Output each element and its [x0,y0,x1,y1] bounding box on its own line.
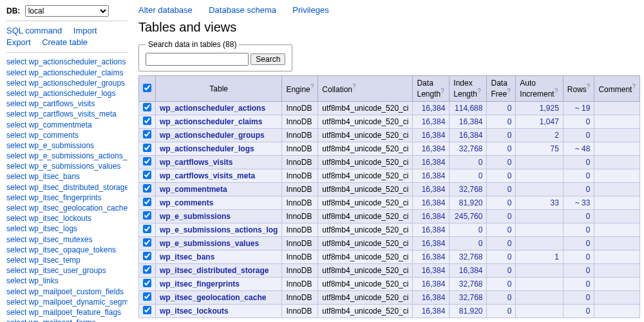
row-checkbox[interactable] [143,265,151,274]
sidebar-table-link[interactable]: select wp_cartflows_visits [6,99,128,109]
export-link[interactable]: Export [6,37,31,48]
sidebar-table-link[interactable]: select wp_itsec_fingerprints [6,193,128,203]
sidebar-table-link[interactable]: select wp_links [6,276,128,286]
table-row: wp_actionscheduler_groupsInnoDButf8mb4_u… [139,129,640,142]
row-checkbox[interactable] [143,171,151,179]
row-checkbox[interactable] [143,279,151,287]
help-icon[interactable]: ? [440,88,444,95]
sidebar-table-link[interactable]: select wp_itsec_geolocation_cache [6,203,128,213]
help-icon[interactable]: ? [632,83,636,90]
row-checkbox[interactable] [143,144,151,152]
cell-rows: 0 [563,156,594,169]
row-checkbox[interactable] [143,184,151,193]
sidebar-table-link[interactable]: select wp_e_submissions [6,140,128,151]
row-checkbox[interactable] [143,211,151,220]
cell-engine: InnoDB [282,156,318,169]
row-checkbox[interactable] [143,225,151,233]
privileges-link[interactable]: Privileges [292,5,328,15]
search-button[interactable]: Search [251,53,285,65]
sidebar-table-link[interactable]: select wp_itsec_logs [6,223,128,234]
sql-command-link[interactable]: SQL command [6,25,62,37]
table-name-link[interactable]: wp_e_submissions [160,212,231,221]
col-index-length[interactable]: Index Length [453,79,477,99]
sidebar-table-link[interactable]: select wp_mailpoet_custom_fields [6,287,128,297]
select-all-checkbox[interactable] [143,84,151,92]
row-checkbox[interactable] [143,292,151,301]
sidebar-table-link[interactable]: select wp_commentmeta [6,120,128,130]
sidebar-table-link[interactable]: select wp_e_submissions_values [6,161,128,171]
col-data-length[interactable]: Data Length [417,79,440,99]
sidebar-table-link[interactable]: select wp_itsec_bans [6,171,128,182]
cell-collation: utf8mb4_unicode_520_ci [318,102,413,115]
sidebar-table-link[interactable]: select wp_mailpoet_dynamic_segme [6,297,128,307]
sidebar-table-link[interactable]: select wp_cartflows_visits_meta [6,109,128,119]
sidebar-table-link[interactable]: select wp_actionscheduler_groups [6,78,128,88]
cell-collation: utf8mb4_unicode_520_ci [318,264,413,278]
database-schema-link[interactable]: Database schema [209,5,276,15]
sidebar-table-link[interactable]: select wp_mailpoet_forms [6,317,128,322]
row-checkbox[interactable] [143,103,151,111]
row-checkbox[interactable] [143,130,151,138]
import-link[interactable]: Import [73,25,97,37]
row-checkbox[interactable] [143,238,151,247]
help-icon[interactable]: ? [310,83,314,90]
row-checkbox[interactable] [143,198,151,206]
col-data-free[interactable]: Data Free [491,79,507,99]
table-name-link[interactable]: wp_itsec_lockouts [160,307,229,316]
sidebar-table-link[interactable]: select wp_itsec_opaque_tokens [6,245,128,255]
table-name-link[interactable]: wp_cartflows_visits_meta [160,171,255,180]
cell-index-length: 0 [450,169,487,183]
sidebar-table-link[interactable]: select wp_e_submissions_actions_lo [6,151,128,161]
table-name-link[interactable]: wp_commentmeta [160,185,227,194]
table-name-link[interactable]: wp_cartflows_visits [160,158,232,167]
sidebar-table-link[interactable]: select wp_itsec_mutexes [6,234,128,245]
row-checkbox[interactable] [143,306,151,314]
cell-auto-inc [516,305,563,318]
sidebar-table-link[interactable]: select wp_actionscheduler_claims [6,68,128,78]
table-name-link[interactable]: wp_itsec_fingerprints [160,279,240,289]
table-name-link[interactable]: wp_actionscheduler_claims [160,117,262,126]
table-name-link[interactable]: wp_actionscheduler_groups [160,131,265,140]
col-table[interactable]: Table [209,84,228,93]
sidebar-table-link[interactable]: select wp_mailpoet_feature_flags [6,307,128,317]
help-icon[interactable]: ? [587,83,591,90]
table-name-link[interactable]: wp_itsec_geolocation_cache [160,293,266,302]
table-row: wp_cartflows_visits_metaInnoDButf8mb4_un… [139,169,640,183]
row-checkbox[interactable] [143,117,151,125]
table-name-link[interactable]: wp_comments [160,198,213,207]
col-comment[interactable]: Comment [598,85,632,94]
table-name-link[interactable]: wp_e_submissions_values [160,239,259,248]
help-icon[interactable]: ? [554,88,558,95]
cell-comment [594,223,640,237]
search-input[interactable] [146,53,249,66]
cell-auto-inc [516,291,563,305]
help-icon[interactable]: ? [352,83,356,90]
cell-data-length: 16,384 [413,102,450,115]
table-name-link[interactable]: wp_itsec_bans [160,252,214,261]
cell-comment [594,264,640,278]
sidebar-table-link[interactable]: select wp_comments [6,130,128,140]
table-name-link[interactable]: wp_itsec_distributed_storage [160,266,269,275]
col-auto-inc[interactable]: Auto Increment [520,79,554,99]
table-name-link[interactable]: wp_actionscheduler_logs [160,144,254,153]
sidebar-table-link[interactable]: select wp_itsec_user_groups [6,265,128,276]
cell-data-free: 0 [487,169,516,183]
create-table-link[interactable]: Create table [42,37,88,48]
sidebar-table-link[interactable]: select wp_itsec_temp [6,255,128,265]
col-engine[interactable]: Engine [286,85,310,94]
sidebar-table-link[interactable]: select wp_actionscheduler_logs [6,88,128,99]
row-checkbox[interactable] [143,157,151,166]
table-name-link[interactable]: wp_e_submissions_actions_log [160,225,278,234]
col-rows[interactable]: Rows [567,85,587,94]
alter-database-link[interactable]: Alter database [138,5,193,15]
sidebar-table-link[interactable]: select wp_itsec_distributed_storage [6,182,128,193]
help-icon[interactable]: ? [507,88,511,95]
help-icon[interactable]: ? [477,88,481,95]
sidebar-table-link[interactable]: select wp_itsec_lockouts [6,213,128,223]
cell-collation: utf8mb4_unicode_520_ci [318,156,413,169]
col-collation[interactable]: Collation [322,85,352,94]
db-select[interactable]: local [25,5,109,17]
table-name-link[interactable]: wp_actionscheduler_actions [160,104,265,113]
row-checkbox[interactable] [143,252,151,260]
sidebar-table-link[interactable]: select wp_actionscheduler_actions [6,57,128,67]
